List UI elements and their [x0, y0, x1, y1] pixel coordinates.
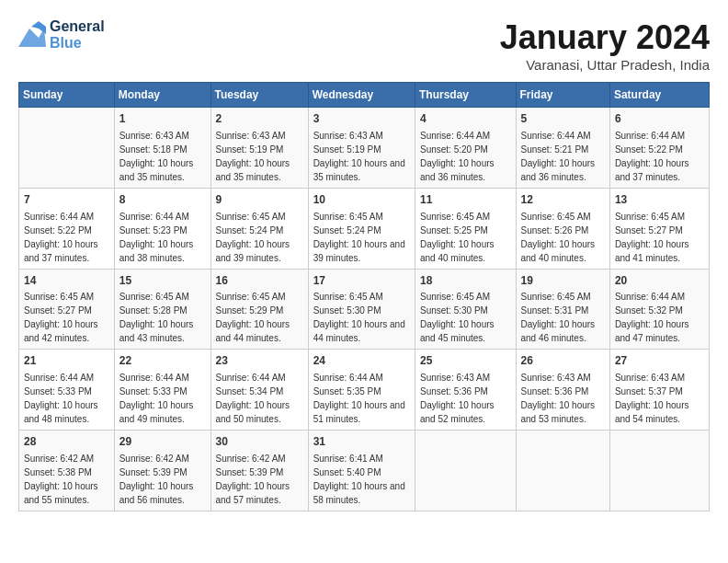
day-info: Sunrise: 6:45 AMSunset: 5:25 PMDaylight:…: [420, 210, 511, 265]
day-info: Sunrise: 6:43 AMSunset: 5:19 PMDaylight:…: [313, 129, 410, 184]
title-block: January 2024 Varanasi, Uttar Pradesh, In…: [500, 18, 710, 73]
day-info: Sunrise: 6:45 AMSunset: 5:28 PMDaylight:…: [119, 290, 206, 345]
calendar-cell: 19Sunrise: 6:45 AMSunset: 5:31 PMDayligh…: [516, 269, 609, 350]
daylight-text: Daylight: 10 hours and 50 minutes.: [216, 398, 303, 426]
daylight-text: Daylight: 10 hours and 47 minutes.: [615, 317, 704, 345]
day-info: Sunrise: 6:45 AMSunset: 5:27 PMDaylight:…: [615, 210, 704, 265]
daylight-text: Daylight: 10 hours and 39 minutes.: [313, 237, 410, 265]
calendar-cell: 22Sunrise: 6:44 AMSunset: 5:33 PMDayligh…: [114, 350, 210, 431]
day-number: 13: [615, 192, 704, 208]
sunrise-text: Sunrise: 6:45 AM: [24, 290, 109, 304]
calendar-cell: 13Sunrise: 6:45 AMSunset: 5:27 PMDayligh…: [609, 188, 709, 269]
daylight-text: Daylight: 10 hours and 48 minutes.: [24, 398, 109, 426]
page-header: General Blue January 2024 Varanasi, Utta…: [18, 18, 710, 73]
day-info: Sunrise: 6:44 AMSunset: 5:22 PMDaylight:…: [615, 129, 704, 184]
daylight-text: Daylight: 10 hours and 42 minutes.: [24, 317, 109, 345]
daylight-text: Daylight: 10 hours and 51 minutes.: [313, 398, 410, 426]
daylight-text: Daylight: 10 hours and 46 minutes.: [521, 317, 605, 345]
sunrise-text: Sunrise: 6:43 AM: [119, 129, 206, 143]
day-number: 1: [119, 111, 206, 127]
sunset-text: Sunset: 5:22 PM: [615, 143, 704, 156]
sunrise-text: Sunrise: 6:43 AM: [420, 371, 511, 385]
daylight-text: Daylight: 10 hours and 37 minutes.: [615, 156, 704, 184]
day-info: Sunrise: 6:44 AMSunset: 5:32 PMDaylight:…: [615, 290, 704, 345]
sunset-text: Sunset: 5:20 PM: [420, 143, 511, 156]
sunrise-text: Sunrise: 6:42 AM: [216, 452, 303, 465]
sunrise-text: Sunrise: 6:44 AM: [420, 129, 511, 143]
calendar-cell: 10Sunrise: 6:45 AMSunset: 5:24 PMDayligh…: [308, 188, 415, 269]
day-info: Sunrise: 6:42 AMSunset: 5:39 PMDaylight:…: [216, 452, 303, 507]
day-info: Sunrise: 6:42 AMSunset: 5:38 PMDaylight:…: [24, 452, 109, 507]
day-number: 10: [313, 192, 410, 208]
daylight-text: Daylight: 10 hours and 43 minutes.: [119, 317, 206, 345]
daylight-text: Daylight: 10 hours and 37 minutes.: [24, 237, 109, 265]
header-day-friday: Friday: [516, 83, 609, 108]
sunset-text: Sunset: 5:21 PM: [521, 143, 605, 156]
sunrise-text: Sunrise: 6:45 AM: [521, 210, 605, 224]
sunset-text: Sunset: 5:33 PM: [119, 385, 206, 398]
calendar-cell: 4Sunrise: 6:44 AMSunset: 5:20 PMDaylight…: [415, 108, 516, 189]
week-row-1: 1Sunrise: 6:43 AMSunset: 5:18 PMDaylight…: [19, 108, 710, 189]
header-day-sunday: Sunday: [19, 83, 115, 108]
daylight-text: Daylight: 10 hours and 35 minutes.: [313, 156, 410, 184]
sunset-text: Sunset: 5:30 PM: [313, 304, 410, 317]
day-number: 27: [615, 353, 704, 369]
day-number: 3: [313, 111, 410, 127]
sunrise-text: Sunrise: 6:44 AM: [615, 129, 704, 143]
day-info: Sunrise: 6:44 AMSunset: 5:20 PMDaylight:…: [420, 129, 511, 184]
daylight-text: Daylight: 10 hours and 54 minutes.: [615, 398, 704, 426]
day-number: 30: [216, 434, 303, 450]
calendar-cell: 16Sunrise: 6:45 AMSunset: 5:29 PMDayligh…: [210, 269, 308, 350]
day-info: Sunrise: 6:45 AMSunset: 5:24 PMDaylight:…: [216, 210, 303, 265]
location-subtitle: Varanasi, Uttar Pradesh, India: [500, 57, 710, 73]
sunset-text: Sunset: 5:39 PM: [216, 465, 303, 479]
sunset-text: Sunset: 5:29 PM: [216, 304, 303, 317]
daylight-text: Daylight: 10 hours and 45 minutes.: [420, 317, 511, 345]
day-number: 26: [521, 353, 605, 369]
daylight-text: Daylight: 10 hours and 56 minutes.: [119, 479, 206, 507]
daylight-text: Daylight: 10 hours and 44 minutes.: [313, 317, 410, 345]
day-info: Sunrise: 6:41 AMSunset: 5:40 PMDaylight:…: [313, 452, 410, 507]
header-day-saturday: Saturday: [609, 83, 709, 108]
day-number: 28: [24, 434, 109, 450]
header-row: SundayMondayTuesdayWednesdayThursdayFrid…: [19, 83, 710, 108]
day-number: 7: [24, 192, 109, 208]
calendar-cell: 30Sunrise: 6:42 AMSunset: 5:39 PMDayligh…: [210, 431, 308, 511]
sunrise-text: Sunrise: 6:45 AM: [615, 210, 704, 224]
calendar-cell: 6Sunrise: 6:44 AMSunset: 5:22 PMDaylight…: [609, 108, 709, 189]
day-info: Sunrise: 6:44 AMSunset: 5:33 PMDaylight:…: [24, 371, 109, 426]
header-day-wednesday: Wednesday: [308, 83, 415, 108]
week-row-3: 14Sunrise: 6:45 AMSunset: 5:27 PMDayligh…: [19, 269, 710, 350]
day-info: Sunrise: 6:45 AMSunset: 5:30 PMDaylight:…: [420, 290, 511, 345]
daylight-text: Daylight: 10 hours and 36 minutes.: [420, 156, 511, 184]
day-info: Sunrise: 6:42 AMSunset: 5:39 PMDaylight:…: [119, 452, 206, 507]
calendar-cell: 17Sunrise: 6:45 AMSunset: 5:30 PMDayligh…: [308, 269, 415, 350]
sunrise-text: Sunrise: 6:42 AM: [24, 452, 109, 465]
day-number: 14: [24, 273, 109, 289]
daylight-text: Daylight: 10 hours and 35 minutes.: [216, 156, 303, 184]
sunset-text: Sunset: 5:30 PM: [420, 304, 511, 317]
week-row-5: 28Sunrise: 6:42 AMSunset: 5:38 PMDayligh…: [19, 431, 710, 511]
daylight-text: Daylight: 10 hours and 52 minutes.: [420, 398, 511, 426]
header-day-thursday: Thursday: [415, 83, 516, 108]
calendar-cell: 20Sunrise: 6:44 AMSunset: 5:32 PMDayligh…: [609, 269, 709, 350]
sunrise-text: Sunrise: 6:44 AM: [119, 371, 206, 385]
sunset-text: Sunset: 5:31 PM: [521, 304, 605, 317]
daylight-text: Daylight: 10 hours and 57 minutes.: [216, 479, 303, 507]
sunrise-text: Sunrise: 6:45 AM: [313, 290, 410, 304]
sunset-text: Sunset: 5:40 PM: [313, 465, 410, 479]
day-number: 20: [615, 273, 704, 289]
calendar-cell: 14Sunrise: 6:45 AMSunset: 5:27 PMDayligh…: [19, 269, 115, 350]
calendar-cell: 21Sunrise: 6:44 AMSunset: 5:33 PMDayligh…: [19, 350, 115, 431]
day-info: Sunrise: 6:45 AMSunset: 5:24 PMDaylight:…: [313, 210, 410, 265]
week-row-2: 7Sunrise: 6:44 AMSunset: 5:22 PMDaylight…: [19, 188, 710, 269]
sunset-text: Sunset: 5:19 PM: [313, 143, 410, 156]
day-info: Sunrise: 6:45 AMSunset: 5:29 PMDaylight:…: [216, 290, 303, 345]
logo-icon: [18, 21, 46, 49]
sunrise-text: Sunrise: 6:43 AM: [216, 129, 303, 143]
sunset-text: Sunset: 5:23 PM: [119, 224, 206, 237]
calendar-cell: [516, 431, 609, 511]
sunrise-text: Sunrise: 6:43 AM: [313, 129, 410, 143]
daylight-text: Daylight: 10 hours and 55 minutes.: [24, 479, 109, 507]
day-number: 21: [24, 353, 109, 369]
